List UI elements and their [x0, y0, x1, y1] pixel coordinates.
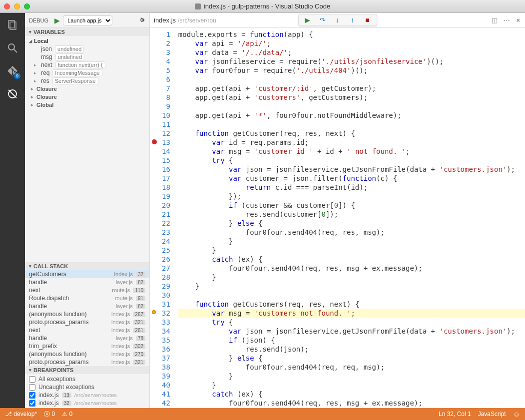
- code-line[interactable]: four0four.send404(req, res, msg + ex.mes…: [178, 264, 525, 273]
- line-number[interactable]: 35: [162, 336, 170, 345]
- line-number[interactable]: 34: [162, 327, 170, 336]
- git-icon[interactable]: 9: [5, 64, 19, 78]
- line-number[interactable]: 8: [162, 93, 170, 102]
- code-line[interactable]: var msg = 'customers not found. ';: [178, 309, 525, 318]
- line-number[interactable]: 6: [162, 75, 170, 84]
- line-number[interactable]: 10: [162, 111, 170, 120]
- line-number[interactable]: 4: [162, 57, 170, 66]
- code-line[interactable]: var json = jsonfileservice.getJsonFromFi…: [178, 165, 525, 174]
- breakpoint-glyph[interactable]: [152, 139, 157, 144]
- code-line[interactable]: var id = req.params.id;: [178, 138, 525, 147]
- bp-checkbox[interactable]: [29, 400, 35, 407]
- code-line[interactable]: [178, 291, 525, 300]
- code-line[interactable]: } else {: [178, 354, 525, 363]
- line-number[interactable]: 15: [162, 156, 170, 165]
- step-out-button[interactable]: ↑: [349, 16, 357, 24]
- bp-checkbox[interactable]: [29, 392, 35, 399]
- code-line[interactable]: var four0four = require('./utils/404')()…: [178, 66, 525, 75]
- line-number[interactable]: 11: [162, 120, 170, 129]
- callstack-frame[interactable]: proto.process_paramsindex.js321: [25, 318, 149, 326]
- callstack-frame[interactable]: (anonymous function)index.js267: [25, 310, 149, 318]
- line-number[interactable]: 1: [162, 30, 170, 39]
- more-icon[interactable]: ⋯: [504, 16, 510, 24]
- callstack-frame[interactable]: handlelayer.js82: [25, 302, 149, 310]
- git-branch[interactable]: ⎇ develop*: [5, 411, 37, 418]
- status-warnings[interactable]: ⚠ 0: [62, 411, 72, 418]
- code-line[interactable]: catch (ex) {: [178, 255, 525, 264]
- code-line[interactable]: function getCustomers(req, res, next) {: [178, 300, 525, 309]
- line-number[interactable]: 37: [162, 354, 170, 363]
- local-scope[interactable]: Local: [29, 37, 149, 45]
- callstack-frame[interactable]: trim_prefixindex.js302: [25, 342, 149, 350]
- callstack-frame[interactable]: (anonymous function)index.js270: [25, 350, 149, 358]
- line-number[interactable]: 22: [162, 219, 170, 228]
- variables-section-header[interactable]: VARIABLES: [25, 28, 149, 36]
- line-number[interactable]: 2: [162, 39, 170, 48]
- code-line[interactable]: }: [178, 273, 525, 282]
- line-number[interactable]: 21: [162, 210, 170, 219]
- line-number[interactable]: 25: [162, 246, 170, 255]
- variable-row[interactable]: msgundefined: [29, 53, 149, 61]
- variable-row[interactable]: jsonundefined: [29, 45, 149, 53]
- debug-config-select[interactable]: Launch app.js: [63, 15, 112, 25]
- search-icon[interactable]: [5, 41, 19, 55]
- line-number[interactable]: 12: [162, 129, 170, 138]
- code-line[interactable]: try {: [178, 318, 525, 327]
- line-number[interactable]: 16: [162, 165, 170, 174]
- line-number[interactable]: 36: [162, 345, 170, 354]
- line-number[interactable]: 19: [162, 192, 170, 201]
- start-debug-button[interactable]: ▶: [54, 16, 60, 24]
- line-number[interactable]: 40: [162, 381, 170, 390]
- code-line[interactable]: if (json) {: [178, 336, 525, 345]
- line-number[interactable]: 14: [162, 147, 170, 156]
- line-number[interactable]: 7: [162, 84, 170, 93]
- code-line[interactable]: }: [178, 372, 525, 381]
- code-line[interactable]: return c.id === parseInt(id);: [178, 183, 525, 192]
- step-into-button[interactable]: ↓: [334, 16, 342, 24]
- callstack-frame[interactable]: Route.dispatchroute.js91: [25, 294, 149, 302]
- code-line[interactable]: var api = '/api/';: [178, 39, 525, 48]
- line-number[interactable]: 32: [162, 309, 170, 318]
- line-number[interactable]: 38: [162, 363, 170, 372]
- continue-button[interactable]: ▶: [304, 16, 312, 24]
- gear-icon[interactable]: [138, 16, 145, 24]
- variable-row[interactable]: ▸nextfunction next(err) {: [29, 61, 149, 69]
- line-number[interactable]: 42: [162, 399, 170, 408]
- code-line[interactable]: module.exports = function(app) {: [178, 30, 525, 39]
- code-line[interactable]: res.send(json);: [178, 345, 525, 354]
- close-editor-icon[interactable]: ×: [516, 16, 520, 24]
- code-line[interactable]: }: [178, 246, 525, 255]
- code-line[interactable]: function getCustomer(req, res, next) {: [178, 129, 525, 138]
- line-number[interactable]: 26: [162, 255, 170, 264]
- close-window-button[interactable]: [4, 3, 10, 9]
- code-line[interactable]: four0four.send404(req, res, msg);: [178, 228, 525, 237]
- callstack-frame[interactable]: getCustomersindex.js32: [25, 270, 149, 278]
- explorer-icon[interactable]: [5, 18, 19, 32]
- callstack-frame[interactable]: handlelayer.js82: [25, 278, 149, 286]
- breakpoints-section-header[interactable]: BREAKPOINTS: [25, 366, 149, 374]
- code-line[interactable]: try {: [178, 156, 525, 165]
- callstack-frame[interactable]: nextroute.js110: [25, 286, 149, 294]
- line-number[interactable]: 29: [162, 282, 170, 291]
- code-line[interactable]: [178, 102, 525, 111]
- scope-group[interactable]: Closure: [29, 85, 149, 93]
- code-line[interactable]: });: [178, 192, 525, 201]
- code-editor[interactable]: 1234567891011121314151617181920212223242…: [150, 28, 525, 408]
- bp-uncaught-checkbox[interactable]: [29, 384, 35, 391]
- code-line[interactable]: var msg = 'customer id ' + id + ' not fo…: [178, 147, 525, 156]
- line-number[interactable]: 13: [162, 138, 170, 147]
- debug-icon[interactable]: [5, 87, 19, 101]
- line-number[interactable]: 33: [162, 318, 170, 327]
- status-errors[interactable]: ⓧ 0: [44, 410, 55, 419]
- code-line[interactable]: app.get(api + 'customer/:id', getCustome…: [178, 84, 525, 93]
- code-line[interactable]: res.send(customer[0]);: [178, 210, 525, 219]
- editor-tab-name[interactable]: index.js: [154, 16, 176, 24]
- code-line[interactable]: four0four.send404(req, req, msg);: [178, 363, 525, 372]
- line-number[interactable]: 24: [162, 237, 170, 246]
- code-line[interactable]: }: [178, 282, 525, 291]
- line-number[interactable]: 9: [162, 102, 170, 111]
- line-number[interactable]: 3: [162, 48, 170, 57]
- line-number[interactable]: 17: [162, 174, 170, 183]
- scope-group[interactable]: Global: [29, 101, 149, 109]
- stop-button[interactable]: ■: [364, 16, 372, 24]
